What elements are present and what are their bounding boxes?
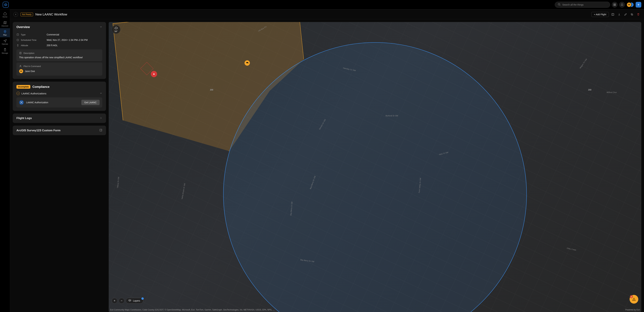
avatar-initials: DE [626, 2, 632, 7]
download-button[interactable] [617, 12, 622, 17]
app-logo[interactable] [3, 2, 9, 8]
school-icon[interactable] [244, 60, 250, 66]
create-button[interactable] [636, 2, 641, 8]
open-external-icon [99, 129, 102, 132]
nav-home[interactable]: Home [0, 10, 10, 19]
grid-altitude-label: 200 [588, 89, 591, 91]
street-label: Wagon Trl SW [579, 58, 587, 69]
map-icon [3, 21, 7, 25]
search-input[interactable] [562, 3, 607, 6]
weather-chip[interactable]: 54° [112, 25, 120, 34]
svg-point-22 [20, 103, 21, 103]
svg-marker-1 [5, 4, 6, 5]
pilot-box: Pilot In Command DE Jane Doe [16, 62, 102, 76]
delete-button[interactable] [636, 12, 641, 17]
back-button[interactable] [14, 12, 18, 17]
street-label: Valley Brook Dr SW [181, 183, 186, 199]
svg-point-10 [4, 31, 5, 32]
chevron-down-icon[interactable] [100, 26, 102, 29]
svg-rect-11 [4, 49, 6, 51]
svg-point-2 [558, 3, 560, 5]
compliance-status-badge: Incomplete [16, 85, 30, 89]
clock-icon [16, 39, 19, 41]
flight-logs-card[interactable]: Flight Logs [13, 113, 106, 123]
document-icon [19, 52, 22, 54]
survey123-card[interactable]: ArcGIS Survey123 Custom Form [13, 126, 106, 135]
pilot-name: Jane Doe [25, 70, 35, 73]
grid-altitude-label: 200 [210, 89, 213, 91]
nav-discover[interactable]: Discover [0, 19, 10, 28]
tag-icon [16, 33, 19, 36]
svg-rect-4 [614, 4, 614, 5]
copy-button[interactable] [630, 12, 634, 17]
svg-marker-0 [4, 3, 7, 6]
nav-label: Manage [2, 52, 8, 54]
status-badge: Not Ready [20, 13, 33, 16]
svg-point-20 [20, 101, 21, 102]
zoom-out-button[interactable]: − [119, 298, 124, 303]
weather-temp: 54° [114, 30, 118, 33]
global-search[interactable] [555, 2, 610, 8]
nav-plan[interactable]: Plan [0, 28, 10, 37]
street-label: Milford Chur [607, 91, 617, 93]
svg-point-28 [634, 300, 634, 300]
flight-logs-title: Flight Logs [16, 116, 32, 120]
home-icon [3, 12, 7, 16]
compliance-title: Compliance [32, 85, 50, 89]
laanc-logo-icon [19, 100, 24, 105]
add-flight-button[interactable]: + Add Flight [591, 12, 609, 17]
altitude-value: 200 ft AGL [46, 44, 58, 47]
layers-icon [128, 299, 131, 302]
altitude-icon [16, 44, 19, 47]
type-value: Commercial [46, 33, 59, 36]
cloud-icon [114, 26, 118, 30]
description-text: This operation shows off the new simplif… [19, 56, 100, 59]
chevron-down-icon[interactable] [100, 92, 102, 95]
user-icon [19, 65, 22, 68]
svg-marker-26 [129, 299, 131, 301]
alerts-fab[interactable]: 3 [630, 295, 638, 303]
nav-manage[interactable]: Manage [0, 46, 10, 55]
svg-rect-7 [615, 5, 616, 6]
nav-label: Operate [2, 43, 8, 45]
nav-label: Plan [3, 34, 7, 36]
search-icon [558, 3, 561, 6]
altitude-label: Altitude [21, 44, 28, 47]
plan-icon [3, 30, 7, 34]
svg-rect-6 [614, 5, 614, 6]
svg-point-21 [22, 101, 22, 102]
edit-button[interactable] [623, 12, 628, 17]
description-box: Description This operation shows off the… [16, 49, 102, 61]
pilot-avatar: DE [19, 69, 23, 73]
laanc-item: LAANC Authorization Get LAANC [16, 97, 102, 107]
manage-icon [3, 48, 7, 52]
svg-point-19 [20, 65, 21, 66]
fire-hazard-icon[interactable] [151, 71, 157, 77]
nav-label: Home [2, 16, 7, 18]
notifications-button[interactable] [619, 2, 625, 8]
street-label: Tiffany Dr SW [117, 177, 120, 188]
scheduled-label: Scheduled Time [21, 39, 36, 41]
user-avatar[interactable]: DE [626, 2, 634, 8]
page-title: New LAANC Workflow [36, 13, 67, 16]
layers-label: Layers [133, 299, 140, 302]
map-view[interactable]: Hencley Cir SW Burfordi Dr SW Devore Dr … [109, 22, 641, 312]
laanc-item-label: LAANC Authorization [26, 101, 48, 104]
layers-button[interactable]: Layers [126, 298, 143, 303]
overview-title: Overview [16, 25, 30, 29]
svg-rect-24 [100, 129, 102, 131]
description-label: Description [24, 52, 34, 54]
compliance-card: Incomplete Compliance × LAANC Authorizat… [13, 82, 106, 111]
auth-status-icon: × [16, 92, 20, 95]
auth-label: LAANC Authorizations [22, 92, 46, 95]
nav-operate[interactable]: Operate [0, 37, 10, 46]
zoom-in-button[interactable]: + [112, 298, 118, 303]
get-laanc-button[interactable]: Get LAANC [81, 100, 100, 105]
survey123-title: ArcGIS Survey123 Custom Form [16, 129, 60, 132]
street-label: Olley Creek [567, 247, 576, 251]
svg-line-3 [560, 5, 560, 5]
type-label: Type [21, 33, 26, 36]
apps-button[interactable] [612, 2, 618, 8]
panel-toggle-button[interactable] [610, 12, 615, 17]
svg-point-23 [22, 103, 22, 103]
